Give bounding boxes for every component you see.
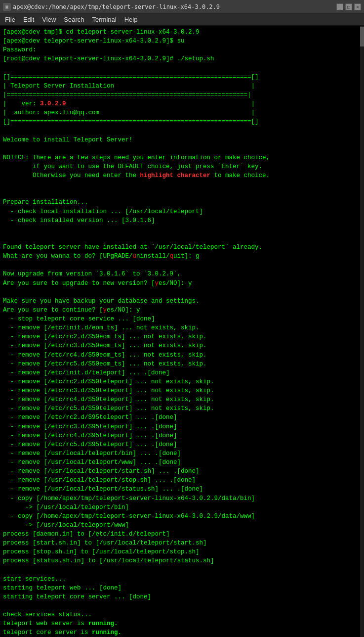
terminal-line: - remove [/etc/rc2.d/S50eom_ts] ... not … [3,332,361,341]
terminal-line: start services... [3,575,361,584]
terminal-line: Prepare installation... [3,198,361,207]
titlebar-title: apex@cdev:/home/apex/tmp/teleport-server… [13,3,220,10]
scrollbar[interactable] [360,26,364,637]
close-button[interactable]: ✕ [354,3,361,10]
terminal-line: Now upgrade from version `3.0.1.6` to `3… [3,270,361,278]
terminal-line: teleport web server is running. [3,619,361,628]
terminal-line: process [start.sh.in] to [/usr/local/tel… [3,539,361,547]
terminal-line: Welcome to install Teleport Server! [3,136,361,144]
app-icon: ▣ [3,3,11,11]
terminal-line: - remove [/etc/rc5.d/S50teleport] ... no… [3,404,361,413]
terminal-line: Make sure you have backup your database … [3,297,361,306]
terminal-line: - remove [/usr/local/teleport/start.sh] … [3,467,361,476]
terminal-line: [apex@cdev tmp]$ cd teleport-server-linu… [3,28,361,37]
terminal-line [3,189,361,198]
terminal-line [3,126,361,135]
menu-file[interactable]: File [1,15,19,24]
terminal-line: -> [/usr/local/teleport/bin] [3,503,361,512]
terminal-line: - remove [/usr/local/teleport/bin] ... .… [3,449,361,458]
terminal-line: - remove [/etc/rc2.d/S95teleport] ... .[… [3,413,361,422]
terminal-line: if you want to use the DEFAULT choice, j… [3,162,361,171]
terminal-line [3,64,361,73]
terminal-line: - remove [/etc/init.d/teleport] ... .[do… [3,368,361,377]
terminal-line: - remove [/etc/rc4.d/S50teleport] ... no… [3,395,361,404]
titlebar: ▣ apex@cdev:/home/apex/tmp/teleport-serv… [0,0,364,14]
terminal-line: process [status.sh.in] to [/usr/local/te… [3,556,361,565]
terminal-line: | author: apex.liu@qq.com | [3,108,361,117]
terminal-line [3,601,361,610]
terminal-line: - remove [/etc/rc5.d/S95teleport] ... .[… [3,440,361,449]
terminal-line: Found teleport server have installed at … [3,243,361,252]
terminal-line: - remove [/etc/rc4.d/S95teleport] ... .[… [3,431,361,440]
menu-search[interactable]: Search [60,15,88,24]
terminal-line: What are you wanna to do? [UPgRADE/unins… [3,252,361,261]
terminal-line: process [stop.sh.in] to [/usr/local/tele… [3,547,361,556]
titlebar-buttons: _ □ ✕ [336,3,361,10]
terminal-line: - remove [/etc/rc3.d/S95teleport] ... .[… [3,422,361,431]
terminal-line: |=======================================… [3,91,361,99]
menu-view[interactable]: View [38,15,60,24]
menu-edit[interactable]: Edit [19,15,38,24]
terminal-line: - remove [/etc/rc2.d/S50teleport] ... no… [3,377,361,386]
terminal-line: Are you sure to continue? [yes/NO]: y [3,306,361,315]
terminal-line: - remove [/etc/rc4.d/S50eom_ts] ... not … [3,351,361,360]
terminal-line: - check installed version ... [3.0.1.6] [3,216,361,225]
terminal-line: - remove [/etc/rc3.d/S50teleport] ... no… [3,386,361,395]
terminal-line: NOTICE: There are a few steps need you e… [3,153,361,162]
scrollbar-thumb[interactable] [360,27,364,46]
titlebar-left: ▣ apex@cdev:/home/apex/tmp/teleport-serv… [3,3,220,11]
terminal-line: - stop teleport core service ... [done] [3,315,361,323]
terminal-line: Password: [3,46,361,54]
terminal-line: | ver: 3.0.2.9 | [3,99,361,108]
terminal-line: - copy [/home/apex/tmp/teleport-server-l… [3,494,361,503]
terminal-line [3,225,361,234]
terminal-line: []======================================… [3,117,361,126]
terminal-line: [apex@cdev teleport-server-linux-x64-3.0… [3,37,361,46]
menu-terminal[interactable]: Terminal [88,15,121,24]
terminal-line: [root@cdev teleport-server-linux-x64-3.0… [3,54,361,63]
terminal-line [3,144,361,153]
terminal-line: - check local installation ... [/usr/loc… [3,207,361,216]
terminal-line: []======================================… [3,73,361,82]
terminal-line [3,566,361,575]
terminal-line: process [daemon.in] to [/etc/init.d/tele… [3,530,361,539]
menubar: File Edit View Search Terminal Help [0,14,364,26]
terminal-line [3,288,361,297]
terminal-line: - remove [/etc/rc5.d/S50eom_ts] ... not … [3,360,361,368]
terminal-line: | Teleport Server Installation | [3,82,361,91]
terminal-line: - remove [/etc/rc3.d/S50eom_ts] ... not … [3,341,361,350]
menu-help[interactable]: Help [121,15,142,24]
terminal-line: - remove [/etc/init.d/eom_ts] ... not ex… [3,323,361,332]
terminal[interactable]: [apex@cdev tmp]$ cd teleport-server-linu… [0,26,364,637]
terminal-line [3,180,361,189]
terminal-line [3,234,361,243]
terminal-line: - remove [/usr/local/teleport/stop.sh] .… [3,476,361,485]
terminal-line: - copy [/home/apex/tmp/teleport-server-l… [3,512,361,521]
terminal-line: teleport core server is running. [3,628,361,637]
terminal-line: Otherwise you need enter the highlight c… [3,171,361,180]
terminal-line [3,261,361,270]
terminal-line: Are you sure to upgrade to new version? … [3,279,361,288]
minimize-button[interactable]: _ [336,3,343,10]
terminal-line: - remove [/usr/local/teleport/status.sh]… [3,485,361,494]
terminal-line: check services status... [3,610,361,619]
maximize-button[interactable]: □ [345,3,352,10]
terminal-line: starting teleport web ... [done] [3,584,361,592]
terminal-line: - remove [/usr/local/teleport/www] ... .… [3,458,361,467]
terminal-line: starting teleport core server ... [done] [3,592,361,601]
terminal-line: -> [/usr/local/teleport/www] [3,521,361,530]
